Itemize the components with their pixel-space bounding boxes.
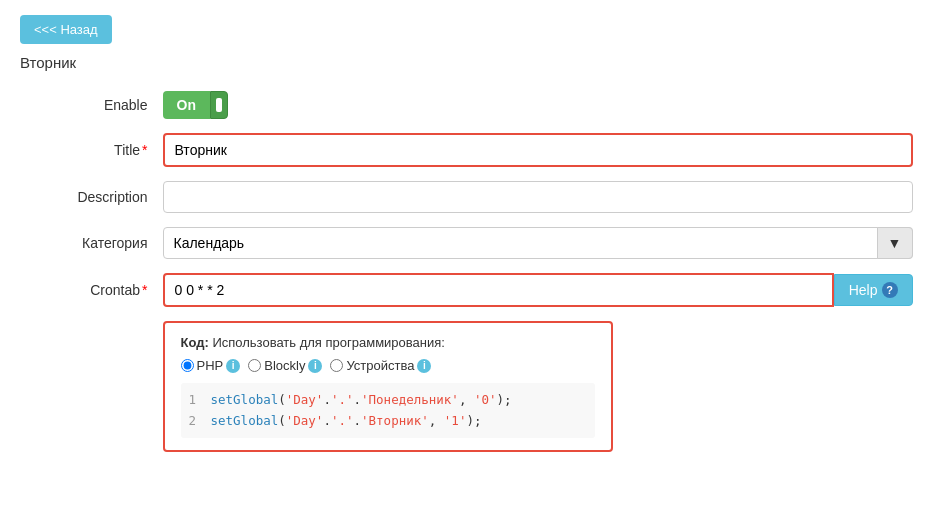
radio-php-input[interactable] bbox=[181, 359, 194, 372]
toggle-handle[interactable] bbox=[210, 91, 228, 119]
back-button[interactable]: <<< Назад bbox=[20, 15, 112, 44]
enable-row: Enable On bbox=[33, 91, 913, 119]
radio-blockly-input[interactable] bbox=[248, 359, 261, 372]
code-section: Код: Использовать для программирования: … bbox=[163, 321, 613, 452]
radio-php: PHP i bbox=[181, 358, 241, 373]
line-num-2: 2 bbox=[189, 410, 201, 431]
line-code-1: setGlobal('Day'.'.'.'Понедельник', '0'); bbox=[211, 389, 512, 410]
enable-label: Enable bbox=[33, 97, 163, 113]
radio-devices-input[interactable] bbox=[330, 359, 343, 372]
radio-blockly-label: Blockly bbox=[264, 358, 305, 373]
category-select-wrapper: Календарь ▼ bbox=[163, 227, 913, 259]
description-row: Description bbox=[33, 181, 913, 213]
radio-group: PHP i Blockly i Устройства i bbox=[181, 358, 595, 373]
form-container: Enable On Title* Description Категория К… bbox=[33, 91, 913, 452]
radio-blockly: Blockly i bbox=[248, 358, 322, 373]
title-row: Title* bbox=[33, 133, 913, 167]
page-container: <<< Назад Вторник Enable On Title* Descr… bbox=[0, 0, 945, 532]
toggle-on-button[interactable]: On bbox=[163, 91, 210, 119]
radio-devices: Устройства i bbox=[330, 358, 431, 373]
crontab-required: * bbox=[142, 282, 147, 298]
code-line-2: 2 setGlobal('Day'.'.'.'Вторник', '1'); bbox=[189, 410, 587, 431]
category-select[interactable]: Календарь bbox=[163, 227, 913, 259]
title-required: * bbox=[142, 142, 147, 158]
crontab-input[interactable] bbox=[163, 273, 834, 307]
title-input[interactable] bbox=[163, 133, 913, 167]
description-input[interactable] bbox=[163, 181, 913, 213]
php-info-icon[interactable]: i bbox=[226, 359, 240, 373]
line-code-2: setGlobal('Day'.'.'.'Вторник', '1'); bbox=[211, 410, 482, 431]
help-button[interactable]: Help ? bbox=[834, 274, 913, 306]
toggle-wrapper: On bbox=[163, 91, 228, 119]
code-block: 1 setGlobal('Day'.'.'.'Понедельник', '0'… bbox=[181, 383, 595, 438]
code-header: Код: Использовать для программирования: bbox=[181, 335, 595, 350]
radio-php-label: PHP bbox=[197, 358, 224, 373]
code-line-1: 1 setGlobal('Day'.'.'.'Понедельник', '0'… bbox=[189, 389, 587, 410]
crontab-row: Crontab* Help ? bbox=[33, 273, 913, 307]
category-row: Категория Календарь ▼ bbox=[33, 227, 913, 259]
page-title: Вторник bbox=[20, 54, 925, 71]
blockly-info-icon[interactable]: i bbox=[308, 359, 322, 373]
description-label: Description bbox=[33, 189, 163, 205]
crontab-group: Help ? bbox=[163, 273, 913, 307]
line-num-1: 1 bbox=[189, 389, 201, 410]
devices-info-icon[interactable]: i bbox=[417, 359, 431, 373]
radio-devices-label: Устройства bbox=[346, 358, 414, 373]
category-label: Категория bbox=[33, 235, 163, 251]
help-icon: ? bbox=[882, 282, 898, 298]
title-label: Title* bbox=[33, 142, 163, 158]
crontab-label: Crontab* bbox=[33, 282, 163, 298]
